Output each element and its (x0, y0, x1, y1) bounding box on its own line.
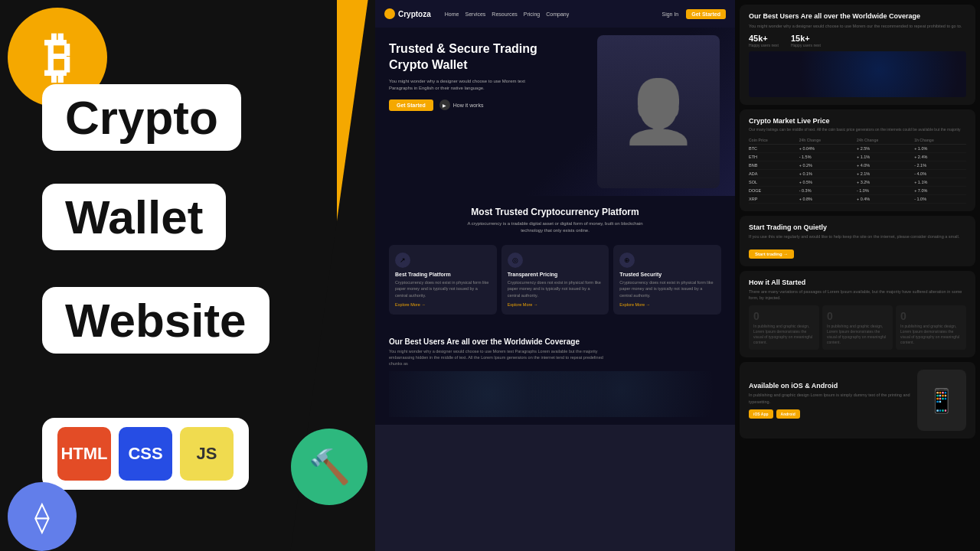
table-row: ADA+ 0.1%+ 2.1%- 4.0% (749, 170, 966, 178)
coin-change1: + 2.1% (857, 170, 914, 178)
map-dots (389, 371, 721, 417)
explore-link-1[interactable]: Explore More → (508, 302, 603, 307)
hero-title: Trusted & Secure Trading Crypto Wallet (389, 41, 542, 73)
col-24h1: 24h Change (799, 136, 857, 145)
col-1h: 1h Change (914, 136, 966, 145)
table-row: ETH- 1.5%+ 1.1%+ 2.4% (749, 153, 966, 161)
stat-1-label: Happy users next (791, 43, 821, 47)
table-row: DOGE- 0.3%- 1.0%+ 7.0% (749, 187, 966, 195)
feature-text-0: Cryptocurrency does not exist in physica… (395, 279, 491, 298)
nav-services[interactable]: Services (465, 11, 485, 17)
coin-name: ADA (749, 170, 799, 178)
trust-section: Most Trusted Cryptocurrency Platform A c… (375, 196, 735, 330)
coin-change1: + 1.1% (857, 153, 914, 161)
coin-change1: + 4.0% (857, 161, 914, 170)
explore-link-0[interactable]: Explore More → (395, 302, 491, 307)
map-gradient (749, 51, 966, 97)
how-started-title: How it All Started (749, 279, 966, 286)
coin-change1: + 3.2% (857, 178, 914, 187)
step-1-text: In publishing and graphic design, Lorem … (827, 324, 888, 345)
stat-0-value: 45k+ (749, 34, 779, 43)
coin-change1: - 1.0% (857, 187, 914, 195)
world-coverage-card: Our Best Users Are all over the Worldwid… (740, 5, 975, 105)
coin-name: SOL (749, 178, 799, 187)
table-row: BTC+ 0.04%+ 2.5%+ 1.0% (749, 145, 966, 153)
feature-title-2: Trusted Security (619, 272, 715, 277)
ios-buttons: iOS App Android (749, 409, 917, 419)
coin-price: - 1.5% (799, 153, 857, 161)
coin-price: + 0.2% (799, 161, 857, 170)
eth-symbol: ⟠ (34, 499, 50, 534)
market-price-card: Crypto Market Live Price Our many listin… (740, 109, 975, 211)
coin-name: XRP (749, 195, 799, 204)
nav-signin[interactable]: Sign In (662, 11, 678, 17)
step-0-num: 0 (753, 310, 815, 322)
feature-card-2: ⊕ Trusted Security Cryptocurrency does n… (613, 245, 721, 315)
trading-title: Start Trading on Quietly (749, 223, 966, 231)
html-badge: HTML (57, 427, 111, 481)
coin-name: ETH (749, 153, 799, 161)
how-it-works-label: How it works (453, 103, 484, 108)
coin-price: - 0.3% (799, 187, 857, 195)
table-row: XRP+ 0.8%+ 0.4%- 1.0% (749, 195, 966, 204)
coin-change2: + 1.0% (914, 145, 966, 153)
step-2-text: In publishing and graphic design, Lorem … (900, 324, 962, 345)
feature-icon-0: ↗ (395, 253, 410, 268)
feature-card-1: ◎ Transparent Pricing Cryptocurrency doe… (501, 245, 609, 315)
nav-resources[interactable]: Resources (492, 11, 517, 17)
world-coverage-title: Our Best Users Are all over the Worldwid… (749, 12, 966, 20)
trust-title: Most Trusted Cryptocurrency Platform (389, 207, 721, 217)
feature-title-0: Best Trading Platform (395, 272, 491, 277)
crypto-text: Crypto (65, 91, 218, 144)
col-coin: Coin Price (749, 136, 799, 145)
play-icon: ▶ (439, 99, 450, 110)
nav-company[interactable]: Company (546, 11, 569, 17)
market-title: Crypto Market Live Price (749, 117, 966, 125)
market-subtitle: Our many listings can be middle of text.… (749, 127, 966, 132)
ios-btn-1[interactable]: Android (776, 409, 800, 419)
get-started-button[interactable]: Get Started (389, 99, 433, 111)
coin-change2: + 1.1% (914, 178, 966, 187)
stat-0: 45k+ Happy users next (749, 34, 779, 47)
feature-text-1: Cryptocurrency does not exist in physica… (508, 279, 603, 298)
ios-btn-0[interactable]: iOS App (749, 409, 773, 419)
phone-image: 📱 (917, 370, 966, 431)
tool-icon: 🔨 (291, 429, 368, 505)
coin-change2: + 2.4% (914, 153, 966, 161)
coin-price: + 0.04% (799, 145, 857, 153)
how-steps-grid: 0 In publishing and graphic design, Lore… (749, 305, 966, 350)
explore-link-2[interactable]: Explore More → (619, 302, 715, 307)
nav-cta-button[interactable]: Get Started (686, 9, 726, 19)
step-0-text: In publishing and graphic design, Lorem … (753, 324, 815, 345)
bitcoin-symbol: ₿ (44, 31, 71, 84)
person-placeholder: 👤 (620, 76, 697, 148)
trading-cta-button[interactable]: Start trading → (749, 249, 794, 259)
map-visual (389, 371, 721, 417)
world-coverage-stats: 45k+ Happy users next 15k+ Happy users n… (749, 34, 966, 47)
step-1-num: 0 (827, 310, 888, 322)
coin-name: BTC (749, 145, 799, 153)
stat-1-value: 15k+ (791, 34, 821, 43)
features-grid: ↗ Best Trading Platform Cryptocurrency d… (389, 245, 721, 315)
coin-change1: + 0.4% (857, 195, 914, 204)
col-24h2: 24h Change (857, 136, 914, 145)
nav-home[interactable]: Home (445, 11, 459, 17)
nav-links: Home Services Resources Pricing Company (445, 11, 655, 17)
table-row: BNB+ 0.2%+ 4.0%- 2.1% (749, 161, 966, 170)
label-website: Website (42, 287, 270, 354)
tech-logos: HTML CSS JS (42, 418, 249, 490)
feature-card-0: ↗ Best Trading Platform Cryptocurrency d… (389, 245, 497, 315)
how-started-card: How it All Started There are many variat… (740, 271, 975, 358)
how-it-works-button[interactable]: ▶ How it works (439, 99, 484, 110)
label-wallet: Wallet (42, 184, 226, 250)
center-mockup: Cryptoza Home Services Resources Pricing… (375, 0, 735, 551)
coin-price: + 0.8% (799, 195, 857, 204)
world-map (749, 51, 966, 97)
feature-icon-1: ◎ (508, 253, 523, 268)
stat-1: 15k+ Happy users next (791, 34, 821, 47)
coin-price: + 0.5% (799, 178, 857, 187)
tool-symbol: 🔨 (309, 447, 351, 487)
trading-card: Start Trading on Quietly If you use this… (740, 216, 975, 266)
nav-pricing[interactable]: Pricing (524, 11, 540, 17)
world-coverage-text: You might wonder why a designer would ch… (749, 23, 966, 29)
